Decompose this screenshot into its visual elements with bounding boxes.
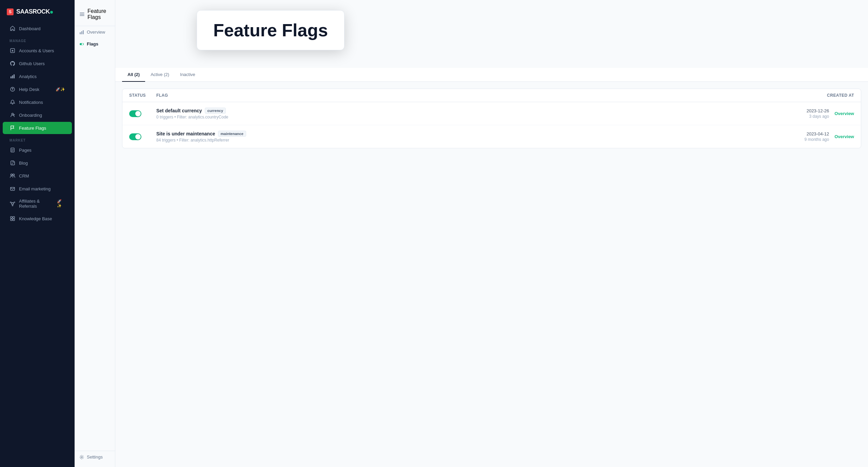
sidebar-item-github-users[interactable]: Github Users bbox=[3, 57, 72, 70]
sidebar-item-blog-label: Blog bbox=[19, 161, 28, 166]
sidebar-item-notifications-label: Notifications bbox=[19, 100, 43, 105]
svg-rect-16 bbox=[13, 217, 15, 218]
svg-rect-15 bbox=[11, 217, 12, 218]
flag-icon bbox=[9, 125, 16, 131]
sub-sidebar-item-flags[interactable]: Flags bbox=[75, 38, 115, 50]
tab-inactive[interactable]: Inactive bbox=[175, 68, 201, 82]
flag-tag-1: currency bbox=[205, 108, 226, 114]
settings-label: Settings bbox=[87, 454, 103, 460]
sub-sidebar-footer: Settings bbox=[75, 451, 115, 463]
sidebar-item-feature-flags[interactable]: Feature Flags bbox=[3, 122, 72, 134]
home-icon bbox=[9, 25, 16, 32]
overview-chart-icon bbox=[79, 30, 84, 35]
sidebar-item-kb-label: Knowledge Base bbox=[19, 216, 52, 221]
flag-name-2: Site is under maintenance maintenance bbox=[156, 131, 786, 137]
status-toggle-1[interactable] bbox=[129, 110, 156, 117]
settings-item[interactable]: Settings bbox=[79, 454, 110, 460]
sidebar-section-market: MARKET bbox=[0, 134, 75, 144]
sidebar-item-help-desk[interactable]: Help Desk 🚀✨ bbox=[3, 83, 72, 95]
popup-title: Feature Flags bbox=[213, 20, 328, 40]
flags-table: Status Flag Created at Set default curre… bbox=[122, 89, 861, 148]
created-ago-1: 3 days ago bbox=[809, 114, 829, 119]
sidebar-item-onboarding-label: Onboarding bbox=[19, 113, 42, 118]
svg-rect-19 bbox=[80, 32, 81, 34]
svg-rect-2 bbox=[12, 75, 13, 78]
overview-link-2[interactable]: Overview bbox=[834, 134, 854, 139]
flag-meta-1: 0 triggers • Filter: analytics.countryCo… bbox=[156, 115, 786, 119]
sub-sidebar-flags-label: Flags bbox=[87, 41, 98, 46]
svg-point-24 bbox=[81, 456, 82, 458]
logo-icon bbox=[7, 8, 14, 15]
col-created-at: Created at bbox=[786, 93, 854, 98]
created-info-1: 2023-12-26 3 days ago bbox=[807, 108, 829, 119]
table-container: Status Flag Created at Set default curre… bbox=[115, 82, 868, 467]
sidebar-item-accounts-users-label: Accounts & Users bbox=[19, 48, 54, 53]
sidebar: SAASROCK Dashboard MANAGE Accounts & Use… bbox=[0, 0, 75, 467]
crm-icon bbox=[9, 173, 16, 179]
logo-text: SAASROCK bbox=[16, 8, 53, 15]
svg-point-9 bbox=[13, 174, 15, 176]
sidebar-item-dashboard[interactable]: Dashboard bbox=[3, 22, 72, 35]
toggle-icon bbox=[79, 42, 84, 46]
sidebar-item-notifications[interactable]: Notifications bbox=[3, 96, 72, 108]
sidebar-item-blog[interactable]: Blog bbox=[3, 157, 72, 169]
created-ago-2: 9 months ago bbox=[804, 137, 829, 142]
tab-active[interactable]: Active (2) bbox=[145, 68, 175, 82]
table-row: Site is under maintenance maintenance 84… bbox=[122, 125, 861, 148]
sidebar-item-helpdesk-label: Help Desk bbox=[19, 87, 39, 92]
sidebar-item-onboarding[interactable]: Onboarding bbox=[3, 109, 72, 121]
svg-rect-18 bbox=[13, 219, 15, 221]
sub-sidebar-overview-label: Overview bbox=[87, 30, 105, 35]
svg-rect-17 bbox=[11, 219, 12, 221]
kb-icon bbox=[9, 216, 16, 222]
hamburger-icon[interactable] bbox=[79, 12, 85, 17]
sidebar-item-knowledge-base[interactable]: Knowledge Base bbox=[3, 212, 72, 225]
flag-name-1: Set default currency currency bbox=[156, 108, 786, 114]
sidebar-item-email-label: Email marketing bbox=[19, 186, 51, 191]
sidebar-item-affiliates[interactable]: Affiliates & Referrals 🚀✨ bbox=[3, 195, 72, 212]
tab-all[interactable]: All (2) bbox=[122, 68, 145, 82]
affiliates-badge: 🚀✨ bbox=[57, 199, 65, 208]
sidebar-item-analytics[interactable]: Analytics bbox=[3, 70, 72, 82]
table-row: Set default currency currency 0 triggers… bbox=[122, 102, 861, 125]
svg-rect-10 bbox=[11, 187, 15, 190]
flag-tag-2: maintenance bbox=[218, 131, 246, 137]
sidebar-section-manage: MANAGE bbox=[0, 35, 75, 44]
bell-icon bbox=[9, 99, 16, 105]
sidebar-item-analytics-label: Analytics bbox=[19, 74, 37, 79]
sub-sidebar-item-overview[interactable]: Overview bbox=[75, 26, 115, 38]
toggle-switch-1[interactable] bbox=[129, 110, 141, 117]
blog-icon bbox=[9, 160, 16, 166]
svg-rect-21 bbox=[83, 30, 84, 34]
sidebar-item-crm-label: CRM bbox=[19, 173, 29, 179]
created-date-1: 2023-12-26 bbox=[807, 108, 829, 113]
svg-rect-3 bbox=[14, 74, 15, 78]
sidebar-item-email-marketing[interactable]: Email marketing bbox=[3, 183, 72, 195]
sidebar-item-dashboard-label: Dashboard bbox=[19, 26, 41, 31]
svg-rect-20 bbox=[81, 31, 82, 34]
helpdesk-badge: 🚀✨ bbox=[56, 87, 65, 92]
settings-icon bbox=[79, 455, 84, 460]
table-header: Status Flag Created at bbox=[122, 89, 861, 102]
analytics-icon bbox=[9, 73, 16, 79]
logo[interactable]: SAASROCK bbox=[0, 5, 75, 22]
helpdesk-icon bbox=[9, 86, 16, 92]
status-toggle-2[interactable] bbox=[129, 133, 156, 140]
svg-point-5 bbox=[12, 90, 13, 91]
svg-rect-1 bbox=[11, 76, 12, 78]
sidebar-item-crm[interactable]: CRM bbox=[3, 170, 72, 182]
github-icon bbox=[9, 60, 16, 67]
feature-flags-popup: Feature Flags bbox=[197, 10, 344, 50]
toggle-switch-2[interactable] bbox=[129, 133, 141, 140]
svg-point-12 bbox=[10, 202, 11, 203]
flag-info-1: Set default currency currency 0 triggers… bbox=[156, 108, 786, 119]
svg-point-6 bbox=[12, 113, 14, 115]
email-icon bbox=[9, 186, 16, 192]
overview-link-1[interactable]: Overview bbox=[834, 111, 854, 116]
svg-point-13 bbox=[14, 202, 15, 203]
sidebar-item-feature-flags-label: Feature Flags bbox=[19, 126, 46, 131]
sidebar-item-accounts-users[interactable]: Accounts & Users bbox=[3, 44, 72, 57]
sidebar-item-pages-label: Pages bbox=[19, 148, 32, 153]
col-flag: Flag bbox=[156, 93, 786, 98]
sidebar-item-pages[interactable]: Pages bbox=[3, 144, 72, 156]
